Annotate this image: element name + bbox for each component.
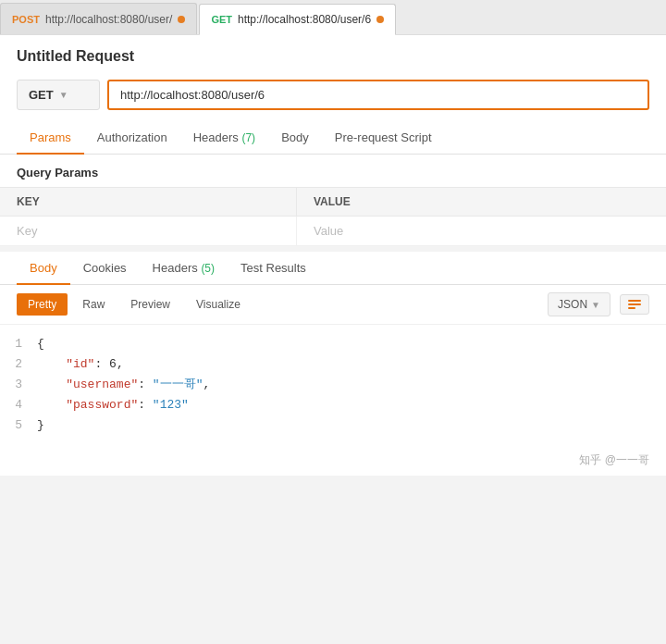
code-line-5: 5 }: [0, 415, 666, 436]
headers-req-badge: (7): [241, 131, 255, 144]
request-title: Untitled Request: [0, 35, 666, 72]
key-input-cell[interactable]: Key: [0, 217, 296, 246]
get-url-label: http://localhost:8080/user/6: [238, 13, 371, 26]
request-tabs: Params Authorization Headers (7) Body Pr…: [0, 121, 666, 155]
tab-headers-resp[interactable]: Headers (5): [140, 252, 228, 284]
line-num-5: 5: [0, 415, 37, 436]
watermark: 知乎 @一一哥: [0, 445, 666, 476]
code-line-4: 4 "password": "123": [0, 395, 666, 415]
wrap-button[interactable]: [620, 294, 649, 315]
url-bar: GET ▼ http://localhost:8080/user/6: [0, 72, 666, 121]
line-content-4: "password": "123": [37, 395, 666, 415]
tab-bar: POST http://localhost:8080/user/ GET htt…: [0, 0, 666, 35]
tab-test-results[interactable]: Test Results: [228, 252, 319, 284]
tab-pre-request[interactable]: Pre-request Script: [322, 121, 445, 154]
line-content-3: "username": "一一哥",: [37, 375, 666, 395]
method-selector[interactable]: GET ▼: [17, 80, 100, 110]
line-content-5: }: [37, 415, 666, 436]
value-column-header: VALUE: [296, 188, 666, 217]
tab-post-user[interactable]: POST http://localhost:8080/user/: [0, 3, 197, 34]
line-num-2: 2: [0, 354, 37, 375]
response-section: Body Cookies Headers (5) Test Results Pr…: [0, 246, 666, 476]
line-content-1: {: [37, 334, 666, 354]
code-line-2: 2 "id": 6,: [0, 354, 666, 375]
value-input-cell[interactable]: Value: [296, 217, 666, 246]
tab-cookies[interactable]: Cookies: [70, 252, 140, 284]
headers-resp-badge: (5): [201, 262, 215, 275]
format-type-dropdown[interactable]: JSON ▼: [548, 292, 610, 316]
line-num-4: 4: [0, 395, 37, 415]
url-input[interactable]: http://localhost:8080/user/6: [107, 80, 649, 110]
format-bar: Pretty Raw Preview Visualize JSON ▼: [0, 285, 666, 325]
query-params-title: Query Params: [0, 155, 666, 187]
format-pretty-btn[interactable]: Pretty: [17, 293, 68, 316]
wrap-lines-icon: [628, 300, 641, 309]
wrap-line-3: [628, 307, 635, 309]
tab-body-resp[interactable]: Body: [17, 252, 70, 284]
post-url-label: http://localhost:8080/user/: [45, 13, 172, 26]
tab-headers-req[interactable]: Headers (7): [180, 121, 268, 154]
format-raw-btn[interactable]: Raw: [71, 293, 116, 316]
value-placeholder: Value: [314, 224, 343, 238]
tab-authorization[interactable]: Authorization: [84, 121, 180, 154]
tab-body-req[interactable]: Body: [268, 121, 322, 154]
get-method-label: GET: [211, 14, 232, 25]
params-table: KEY VALUE Key Value: [0, 187, 666, 246]
key-column-header: KEY: [0, 188, 296, 217]
line-content-2: "id": 6,: [37, 354, 666, 375]
post-tab-dot: [178, 16, 185, 23]
tab-params[interactable]: Params: [17, 121, 84, 154]
response-code-block: 1 { 2 "id": 6, 3 "username": "一一哥", 4 "p…: [0, 325, 666, 445]
tab-get-user6[interactable]: GET http://localhost:8080/user/6: [199, 4, 396, 35]
post-method-label: POST: [12, 14, 40, 25]
code-line-3: 3 "username": "一一哥",: [0, 375, 666, 395]
line-num-3: 3: [0, 375, 37, 395]
main-content: Untitled Request GET ▼ http://localhost:…: [0, 35, 666, 246]
response-tabs: Body Cookies Headers (5) Test Results: [0, 252, 666, 285]
line-num-1: 1: [0, 334, 37, 354]
method-value: GET: [29, 88, 54, 102]
wrap-line-1: [628, 300, 641, 302]
wrap-line-2: [628, 303, 641, 305]
format-dropdown-chevron-icon: ▼: [591, 300, 600, 310]
code-line-1: 1 {: [0, 334, 666, 354]
format-preview-btn[interactable]: Preview: [119, 293, 181, 316]
method-chevron-icon: ▼: [59, 90, 68, 100]
format-type-label: JSON: [558, 298, 587, 311]
key-placeholder: Key: [17, 224, 37, 238]
format-visualize-btn[interactable]: Visualize: [185, 293, 252, 316]
get-tab-dot: [376, 16, 384, 23]
params-row-1: Key Value: [0, 217, 666, 246]
